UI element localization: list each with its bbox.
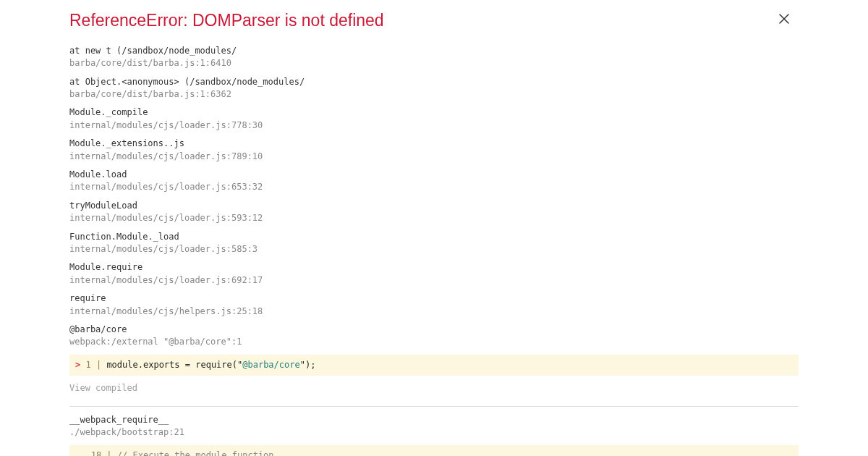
stack-frame: Function.Module._loadinternal/modules/cj… bbox=[69, 231, 799, 256]
stack-frame-function: Module._compile bbox=[69, 106, 799, 119]
stack-frame-function: tryModuleLoad bbox=[69, 200, 799, 212]
stack-frame-function: at Object.<anonymous> (/sandbox/node_mod… bbox=[69, 76, 799, 88]
stack-frame-function: require bbox=[69, 292, 799, 305]
close-button[interactable] bbox=[778, 13, 791, 26]
code-snippet-2: 18 | // Execute the module function 19 |… bbox=[69, 445, 799, 456]
code-snippet-1: > 1 | module.exports = require("@barba/c… bbox=[69, 355, 799, 376]
stack-frame-location: barba/core/dist/barba.js:1:6410 bbox=[69, 57, 799, 69]
stack-frame-location: internal/modules/cjs/helpers.js:25:18 bbox=[69, 305, 799, 318]
stack-frame-function: Function.Module._load bbox=[69, 231, 799, 243]
divider bbox=[69, 406, 799, 407]
stack-frame-location: internal/modules/cjs/loader.js:789:10 bbox=[69, 151, 799, 163]
stack-frame-location: internal/modules/cjs/loader.js:585:3 bbox=[69, 243, 799, 256]
stack-frame: Module._extensions..jsinternal/modules/c… bbox=[69, 138, 799, 163]
error-title: ReferenceError: DOMParser is not defined bbox=[69, 10, 799, 32]
stack-frame-function: @barba/core bbox=[69, 324, 799, 336]
code-line: 18 | // Execute the module function bbox=[75, 449, 793, 456]
stack-frame-function: Module._extensions..js bbox=[69, 138, 799, 150]
stack-frame: __webpack_require__ ./webpack/bootstrap:… bbox=[69, 414, 799, 439]
stack-frame-location: ./webpack/bootstrap:21 bbox=[69, 426, 799, 439]
stack-frame: Module.requireinternal/modules/cjs/loade… bbox=[69, 261, 799, 287]
stack-frame-function: at new t (/sandbox/node_modules/ bbox=[69, 45, 799, 57]
stack-frame: @barba/corewebpack:/external "@barba/cor… bbox=[69, 324, 799, 349]
view-compiled-link[interactable]: View compiled bbox=[69, 383, 137, 393]
stack-frame-location: internal/modules/cjs/loader.js:593:12 bbox=[69, 212, 799, 224]
stack-frame: Module.loadinternal/modules/cjs/loader.j… bbox=[69, 169, 799, 194]
stack-frame-location: internal/modules/cjs/loader.js:778:30 bbox=[69, 119, 799, 132]
stack-frame-function: Module.require bbox=[69, 261, 799, 274]
stack-frame-function: __webpack_require__ bbox=[69, 414, 799, 426]
stack-frame: at Object.<anonymous> (/sandbox/node_mod… bbox=[69, 76, 799, 101]
stack-frame: at new t (/sandbox/node_modules/barba/co… bbox=[69, 45, 799, 70]
stack-frame-location: webpack:/external "@barba/core":1 bbox=[69, 336, 799, 348]
close-icon bbox=[778, 13, 791, 25]
stack-frame: requireinternal/modules/cjs/helpers.js:2… bbox=[69, 292, 799, 318]
stack-frame: tryModuleLoadinternal/modules/cjs/loader… bbox=[69, 200, 799, 225]
stack-frame-location: internal/modules/cjs/loader.js:653:32 bbox=[69, 181, 799, 193]
stack-frame-location: barba/core/dist/barba.js:1:6362 bbox=[69, 88, 799, 101]
stack-frame-function: Module.load bbox=[69, 169, 799, 181]
stack-frame: Module._compileinternal/modules/cjs/load… bbox=[69, 106, 799, 132]
stack-frame-location: internal/modules/cjs/loader.js:692:17 bbox=[69, 274, 799, 287]
